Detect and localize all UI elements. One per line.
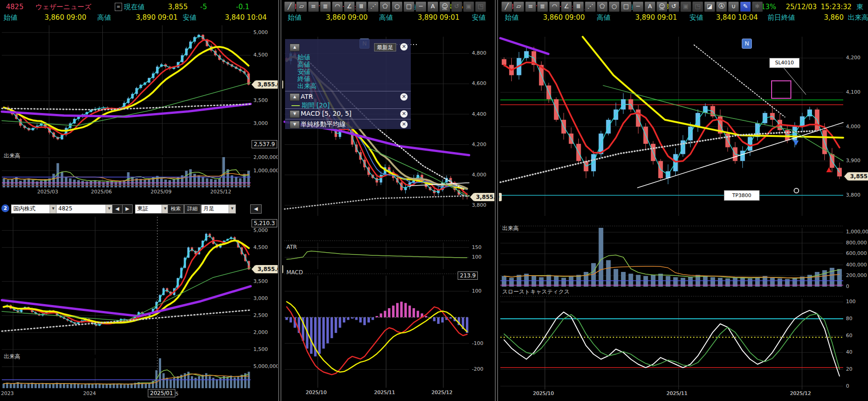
date-tick: 2025/12 <box>790 390 816 396</box>
middle-atr[interactable] <box>285 243 469 269</box>
draw-lock-tool[interactable]: ✎ <box>740 1 751 12</box>
exchange-select[interactable]: 東証 <box>135 204 169 214</box>
hlines4-tool[interactable]: ≣ <box>537 1 548 12</box>
latest-bar-button[interactable]: 最新足 <box>374 43 396 51</box>
section-close-icon[interactable]: ✕ <box>400 93 408 101</box>
section-collapse-button[interactable]: ▼ <box>290 110 300 118</box>
symbol-toolbar: 2 国内株式 4825 ◀ ▶ 東証 検索 詳細 月足 ◀ <box>0 203 277 215</box>
pentagon-tool-glyph: ⬠ <box>599 3 605 10</box>
magnet-tool[interactable]: ∪ <box>728 1 739 12</box>
hsegment-tool[interactable]: ─ <box>415 1 426 12</box>
header-field: 高値 <box>379 13 393 22</box>
period-select[interactable]: 月足 <box>201 204 236 214</box>
section-collapse-button[interactable]: ▼ <box>290 121 300 129</box>
price-tick: 4,400 <box>472 111 487 117</box>
price-tick: 4,500 <box>253 244 268 250</box>
prev-code-button[interactable]: ◀ <box>112 204 123 214</box>
date-tick: 2025/12 <box>210 189 236 195</box>
header-field: 始値 <box>505 13 519 22</box>
section-close-icon[interactable]: ✕ <box>400 121 408 128</box>
ray-lines-tool[interactable]: ⋰ <box>585 1 596 12</box>
stamp-icon-tool[interactable]: ☺icon <box>439 1 450 12</box>
market-select[interactable]: 国内株式 <box>11 204 57 214</box>
date-tick: 2024 <box>83 390 109 396</box>
header-field: 現在値 <box>124 3 145 11</box>
hlines4-tool-glyph: ≣ <box>323 3 328 10</box>
right-volume[interactable] <box>500 228 843 287</box>
hsegment-tool[interactable]: ─ <box>633 1 644 12</box>
section-collapse-button[interactable]: ▲ <box>290 93 300 101</box>
circle-tool[interactable]: ○ <box>392 1 403 12</box>
collapse-button[interactable]: ▲ <box>290 44 300 51</box>
section-title: MACD [5, 20, 5] <box>301 110 352 117</box>
vlines-tool[interactable]: Ⅲ <box>356 1 367 12</box>
left-bottom-volume[interactable] <box>2 358 251 388</box>
ruler-tool[interactable]: ▱ <box>296 1 307 12</box>
text-tool[interactable]: A <box>427 1 438 12</box>
left-top-price-chart[interactable] <box>2 25 251 155</box>
text-tool-glyph: A <box>648 3 652 10</box>
left-top-volume[interactable] <box>2 157 251 187</box>
header-field: ウェザーニューズ <box>35 3 91 11</box>
ruler-tool[interactable]: ▱ <box>513 1 524 12</box>
header-field: 3,860 09:00 <box>326 13 368 22</box>
rect-tool[interactable]: □ <box>403 1 414 12</box>
date-tick: 2025/11 <box>666 390 692 396</box>
sell-arrow-marker[interactable] <box>793 141 799 146</box>
pentagon-tool[interactable]: ⬠ <box>380 1 391 12</box>
axis-tick: 0 <box>846 283 849 289</box>
gann-arc-tool[interactable]: ◠ <box>332 1 343 12</box>
hlines3-tool[interactable]: ≡ <box>308 1 319 12</box>
history-tool[interactable]: ↺ <box>668 1 679 12</box>
vlines-tool[interactable]: Ⅲ <box>573 1 584 12</box>
annotation-tp3800[interactable]: TP3800 <box>724 190 760 201</box>
jump-latest-button[interactable]: ◀ <box>250 204 262 214</box>
header-field: 高値 <box>97 13 111 22</box>
trendline-tool[interactable]: ╱ <box>501 1 512 12</box>
buy-arrow-marker[interactable] <box>826 167 832 172</box>
next-code-button[interactable]: ▶ <box>122 204 133 214</box>
fan-lines-tool[interactable]: ∠ <box>561 1 572 12</box>
link-group-badge[interactable]: 2 <box>1 204 9 212</box>
ray-lines-tool[interactable]: ⋰ <box>368 1 379 12</box>
price-tick: 3,000 <box>253 120 268 126</box>
section-close-icon[interactable]: ✕ <box>400 110 408 118</box>
hlines3-tool[interactable]: ≡ <box>525 1 536 12</box>
hlines4-tool[interactable]: ≣ <box>320 1 331 12</box>
search-button[interactable]: 検索 <box>168 204 184 214</box>
price-tag: 2,537.9 <box>252 140 277 148</box>
news-badge[interactable]: N <box>742 39 752 49</box>
date-tick: 2025/09 <box>151 189 176 195</box>
close-icon[interactable]: ✕ <box>400 43 408 51</box>
eraser-text-tool[interactable]: Ⓐ <box>716 1 727 12</box>
panel-separator <box>494 0 499 401</box>
annotation-sl4010[interactable]: SL4010 <box>769 58 800 68</box>
fan-lines-tool[interactable]: ∠ <box>344 1 355 12</box>
left-bottom-price-chart[interactable] <box>2 217 251 388</box>
circle-tool[interactable]: ○ <box>609 1 620 12</box>
point-marker[interactable] <box>794 188 799 193</box>
right-stochastics[interactable] <box>500 299 843 390</box>
date-tick: 2025/12 <box>431 390 457 395</box>
rect-tool[interactable]: □ <box>621 1 632 12</box>
eraser-tool[interactable]: ◪ <box>704 1 715 12</box>
header-field: 15:23:32 <box>821 3 851 11</box>
stamp-icon-tool[interactable]: ☺icon <box>656 1 667 12</box>
gann-arc-tool[interactable]: ◠ <box>549 1 560 12</box>
circle-tool-glyph: ○ <box>394 3 399 10</box>
header-field: 出来高 <box>848 13 868 22</box>
middle-macd[interactable] <box>285 276 469 388</box>
price-tick: 3,500 <box>253 97 268 103</box>
axis-tick: 1,000,000 <box>846 229 868 235</box>
pentagon-tool[interactable]: ⬠ <box>597 1 608 12</box>
trendline-tool[interactable]: ╱ <box>284 1 295 12</box>
text-tool[interactable]: A <box>644 1 655 12</box>
axis-tick: 800,000 <box>846 240 867 246</box>
document-icon[interactable]: ≡ <box>115 3 122 11</box>
date-tag: 2025/01 <box>148 389 175 397</box>
detail-button[interactable]: 詳細 <box>184 204 201 214</box>
price-tick: 4,100 <box>846 89 861 95</box>
copy-tool: ▣ <box>680 1 691 12</box>
code-select[interactable]: 4825 <box>56 204 113 214</box>
ray-lines-tool-glyph: ⋰ <box>588 3 594 10</box>
